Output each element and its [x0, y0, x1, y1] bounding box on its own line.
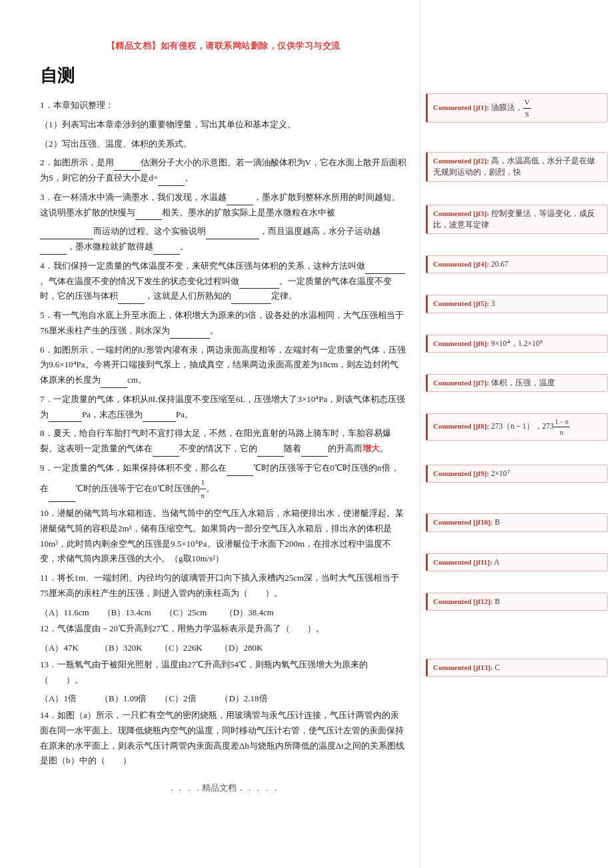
q12-opt-c: （C）226K: [160, 641, 207, 656]
comment-text-jf6: 9×10⁴，1.2×10⁵: [491, 339, 543, 347]
comment-label-jf13: Commented [jf13]:: [433, 663, 493, 671]
q2: 2．如图所示，是用估测分子大小的示意图。若一滴油酸体积为V，它在水面上散开后面积…: [40, 155, 406, 186]
comment-label-jf9: Commented [jf9]:: [433, 469, 489, 477]
blank-q2-2: [158, 185, 185, 186]
comment-bubble-jf1: Commented [jf1]: 油膜法，VS: [426, 93, 608, 123]
q11-opt-a: （A）11.6cm: [40, 605, 89, 621]
comment-label-jf1: Commented [jf1]:: [433, 103, 489, 111]
comment-label-jf4: Commented [jf4]:: [433, 260, 489, 268]
blank-q8-2: [257, 456, 284, 457]
blank-q4-3: [118, 303, 145, 304]
blank-q7-2: [143, 421, 176, 422]
blank-q3-3: [40, 239, 93, 239]
comment-label-jf6: Commented [jf6]:: [433, 339, 489, 347]
q11-options: （A）11.6cm （B）13.4cm （C）25cm （D）38.4cm: [40, 605, 406, 621]
comment-bubble-jf6: Commented [jf6]: 9×10⁴，1.2×10⁵: [426, 335, 608, 353]
q13: 13．一瓶氧气由于被阳光照射，温度由27℃升高到54℃，则瓶内氧气压强增大为原来…: [40, 657, 406, 688]
comment-jf10: Commented [jf10]: B: [426, 513, 608, 531]
q3-2: 而运动的过程。这个实验说明，而且温度越高，水分子运动越，墨水微粒就扩散得越。: [40, 224, 406, 255]
sidebar: Commented [jf1]: 油膜法，VS Commented [jf2]:…: [420, 0, 613, 868]
q11: 11．将长1m、一端封闭、内径均匀的玻璃管开口向下插入汞槽内25cm深，当时大气…: [40, 571, 406, 601]
comment-jf13: Commented [jf13]: C: [426, 659, 608, 677]
blank-q3-4: [206, 239, 259, 239]
comment-bubble-jf8: Commented [jf8]: 273（n－1），2731－nn: [426, 413, 608, 441]
q6: 6．如图所示，一端封闭的U形管内灌有汞，两边汞面高度相等，左端封有一定质量的气体…: [40, 343, 406, 388]
q13-options: （A）1倍 （B）1.09倍 （C）2倍 （D）2.18倍: [40, 691, 406, 707]
comment-bubble-jf13: Commented [jf13]: C: [426, 659, 608, 677]
comment-jf12: Commented [jf12]: B: [426, 593, 608, 611]
comment-jf4: Commented [jf4]: 20.67: [426, 255, 608, 273]
sidebar-comments: Commented [jf1]: 油膜法，VS Commented [jf2]:…: [426, 40, 608, 683]
comment-jf7: Commented [jf7]: 体积，压强，温度: [426, 374, 608, 392]
q13-opt-d: （D）2.18倍: [220, 691, 267, 707]
q13-opt-c: （C）2倍: [160, 691, 207, 707]
comment-jf11: Commented [jf11]: A: [426, 553, 608, 571]
q12-options: （A）47K （B）320K （C）226K （D）280K: [40, 641, 406, 656]
comment-jf9: Commented [jf9]: 2×10⁷: [426, 465, 608, 483]
blank-q3-5: [40, 254, 67, 255]
q5: 5．有一气泡自水底上升至水面上，体积增大为原来的3倍，设各处的水温相同，大气压强…: [40, 308, 406, 339]
comment-jf3: Commented [jf3]: 控制变量法，等温变化，成反比，波意耳定律: [426, 205, 608, 235]
q10: 10．潜艇的储气筒与水箱相连。当储气筒中的空气压入水箱后，水箱便排出水，使潜艇浮…: [40, 506, 406, 567]
q11-opt-d: （D）38.4cm: [225, 605, 274, 621]
page-wrapper: 【精品文档】如有侵权，请联系网站删除，仅供学习与交流 自测 1．本章知识整理： …: [0, 0, 613, 868]
blank-q4-2: [239, 288, 279, 289]
q13-opt-a: （A）1倍: [40, 691, 87, 707]
q11-opt-b: （B）13.4cm: [103, 605, 151, 621]
comment-label-jf3: Commented [jf3]:: [433, 209, 489, 217]
q4: 4．我们保持一定质量的气体温度不变，来研究气体压强与体积的关系，这种方法叫做。气…: [40, 259, 406, 304]
q12-opt-a: （A）47K: [40, 641, 87, 656]
q14: 14．如图（a）所示，一只贮有空气的密闭烧瓶，用玻璃管与汞气压计连接，气压计两管…: [40, 708, 406, 769]
blank-q7-1: [49, 421, 82, 422]
blank-q2-1: [114, 170, 141, 171]
blank-q3-6: [153, 254, 180, 255]
q12: 12．气体温度由－20℃升高到27℃，用热力学温标表示是升高了（ ）。: [40, 621, 406, 637]
q1-label: 1．本章知识整理：: [40, 98, 406, 113]
comment-text-jf10: B: [494, 518, 500, 526]
comment-bubble-jf3: Commented [jf3]: 控制变量法，等温变化，成反比，波意耳定律: [426, 205, 608, 235]
comment-label-jf8: Commented [jf8]:: [433, 422, 489, 430]
comment-bubble-jf12: Commented [jf12]: B: [426, 593, 608, 611]
main-content: 【精品文档】如有侵权，请联系网站删除，仅供学习与交流 自测 1．本章知识整理： …: [0, 0, 420, 868]
blank-q3-2: [135, 219, 162, 220]
blank-q9-1: [227, 475, 253, 476]
comment-jf5: Commented [jf5]: 3: [426, 295, 608, 313]
comment-text-jf5: 3: [491, 299, 495, 307]
comment-label-jf11: Commented [jf11]:: [433, 558, 492, 566]
comment-jf1: Commented [jf1]: 油膜法，VS: [426, 93, 608, 123]
blank-q6: [101, 387, 127, 388]
blank-q4-4: [231, 303, 271, 304]
comment-text-jf4: 20.67: [491, 260, 508, 268]
comment-text-jf8: 273（n－1），2731－nn: [491, 422, 570, 430]
blank-q9-2: [49, 501, 75, 502]
comment-bubble-jf9: Commented [jf9]: 2×10⁷: [426, 465, 608, 483]
comment-label-jf5: Commented [jf5]:: [433, 299, 489, 307]
q1-2: （2）写出压强、温度、体积的关系式。: [40, 137, 406, 152]
q9: 9．一定质量的气体，如果保持体积不变，那么在℃时的压强等于它在0℃时压强的n倍，…: [40, 461, 406, 502]
blank-q8-1: [153, 456, 179, 457]
q3-1: 3．在一杯清水中滴一滴墨水，我们发现，水温越，墨水扩散到整杯水所用的时间越短。这…: [40, 190, 406, 221]
q8-1: 8．夏天，给自行车胎打气时不宜打得太足，不然，在阳光直射的马路上骑车时，车胎容易…: [40, 426, 406, 457]
comment-label-jf10: Commented [jf10]:: [433, 518, 493, 526]
content-body: 1．本章知识整理： （1）列表写出本章牵涉到的重要物理量，写出其单位和基本定义。…: [40, 98, 406, 796]
comment-bubble-jf5: Commented [jf5]: 3: [426, 295, 608, 313]
q12-opt-b: （B）320K: [100, 641, 147, 656]
comment-text-jf9: 2×10⁷: [491, 469, 510, 477]
comment-bubble-jf7: Commented [jf7]: 体积，压强，温度: [426, 374, 608, 392]
comment-label-jf7: Commented [jf7]:: [433, 379, 489, 387]
comment-jf2: Commented [jf2]: 高，水温高低，水分子是在做无规则运动的，剧烈，…: [426, 152, 608, 182]
q1-1: （1）列表写出本章牵涉到的重要物理量，写出其单位和基本定义。: [40, 117, 406, 133]
comment-bubble-jf4: Commented [jf4]: 20.67: [426, 255, 608, 273]
q8-highlight: 增大: [362, 443, 380, 453]
blank-q4-1: [365, 273, 405, 274]
blank-q5: [170, 338, 210, 339]
doc-title: 自测: [40, 64, 406, 87]
q7: 7．一定质量的气体，体积从8L保持温度不变压缩至6L，压强增大了3×10⁴Pa，…: [40, 392, 406, 423]
blank-q3-1: [227, 205, 253, 205]
comment-label-jf12: Commented [jf12]:: [433, 597, 493, 605]
q12-opt-d: （D）280K: [220, 641, 267, 656]
blank-q8-3: [301, 456, 328, 457]
watermark-bar: 【精品文档】如有侵权，请联系网站删除，仅供学习与交流: [40, 40, 406, 52]
comment-bubble-jf2: Commented [jf2]: 高，水温高低，水分子是在做无规则运动的，剧烈，…: [426, 152, 608, 182]
comment-label-jf2: Commented [jf2]:: [433, 157, 489, 165]
